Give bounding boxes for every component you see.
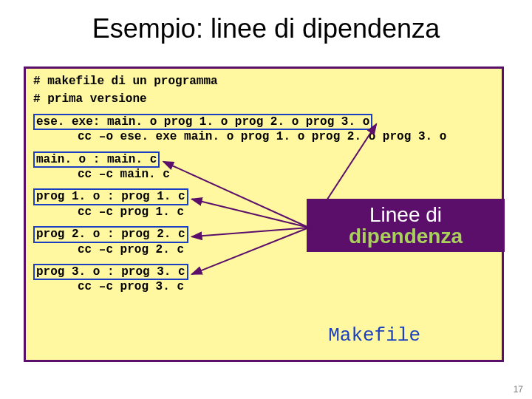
command-line: cc –c prog 3. c <box>78 280 494 293</box>
dependency-line: prog 1. o : prog 1. c <box>33 188 188 205</box>
command-line: cc –c main. c <box>78 168 494 181</box>
makefile-box: # makefile di un programma # prima versi… <box>24 66 504 362</box>
comment-line: # prima versione <box>33 92 494 106</box>
dependency-line: ese. exe: main. o prog 1. o prog 2. o pr… <box>33 114 372 130</box>
comment-line: # makefile di un programma <box>33 75 494 88</box>
callout-text: Linee di <box>369 204 442 225</box>
dependency-line: main. o : main. c <box>33 151 160 168</box>
callout-box: Linee di dipendenza <box>307 199 505 252</box>
command-line: cc –o ese. exe main. o prog 1. o prog 2.… <box>78 130 494 143</box>
slide-title: Esempio: linee di dipendenza <box>0 13 532 44</box>
callout-text-accent: dipendenza <box>349 225 463 247</box>
dependency-line: prog 3. o : prog 3. c <box>33 264 188 280</box>
dependency-line: prog 2. o : prog 2. c <box>33 226 188 242</box>
makefile-label: Makefile <box>328 324 420 347</box>
page-number: 17 <box>514 384 523 395</box>
